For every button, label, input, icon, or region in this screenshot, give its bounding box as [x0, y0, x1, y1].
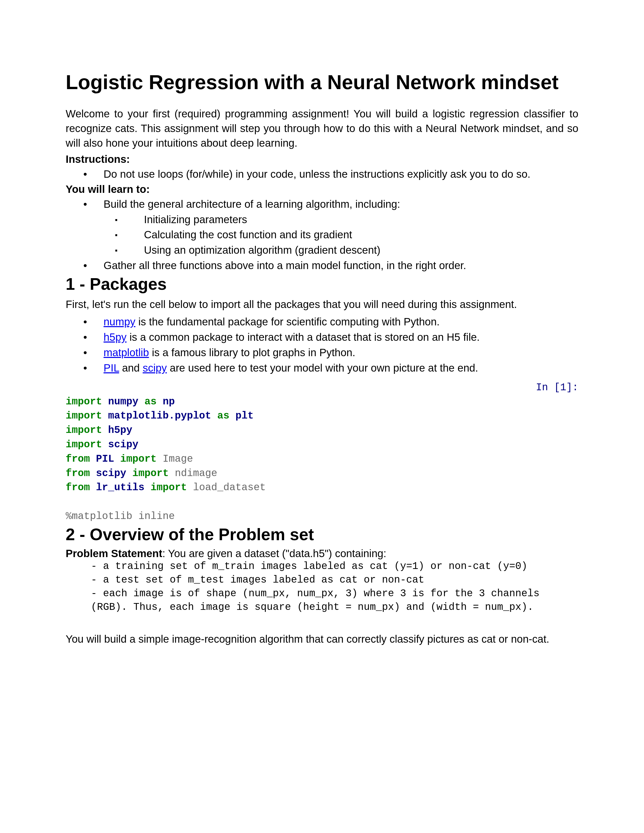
- code-keyword: as: [217, 410, 229, 421]
- code-cell: import numpy as np import matplotlib.pyp…: [66, 395, 578, 524]
- code-keyword: import: [132, 468, 169, 479]
- code-module: h5py: [108, 425, 132, 436]
- list-item: Initializing parameters: [66, 212, 578, 227]
- code-magic: %matplotlib inline: [66, 511, 175, 522]
- learn-sublist: Initializing parameters Calculating the …: [66, 212, 578, 258]
- code-keyword: from: [66, 482, 90, 493]
- code-module: lr_utils: [96, 482, 145, 493]
- problem-desc: : You are given a dataset ("data.h5") co…: [163, 547, 386, 560]
- code-module: PIL: [96, 453, 114, 465]
- code-keyword: as: [145, 396, 156, 407]
- code-keyword: import: [66, 439, 102, 450]
- code-module: numpy: [108, 396, 138, 407]
- code-keyword: from: [66, 468, 90, 479]
- code-keyword: import: [66, 425, 102, 436]
- code-keyword: import: [66, 410, 102, 421]
- code-name: Image: [163, 453, 193, 465]
- h5py-link[interactable]: h5py: [103, 331, 127, 343]
- list-item: Do not use loops (for/while) in your cod…: [66, 167, 578, 182]
- packages-intro: First, let's run the cell below to impor…: [66, 297, 578, 312]
- block-line: - each image is of shape (num_px, num_px…: [91, 587, 578, 614]
- list-item: matplotlib is a famous library to plot g…: [66, 345, 578, 360]
- learn-list-2: Gather all three functions above into a …: [66, 258, 578, 273]
- list-text: is a common package to interact with a d…: [127, 331, 480, 343]
- code-module: scipy: [108, 439, 138, 450]
- code-module: scipy: [96, 468, 126, 479]
- problem-block: - a training set of m_train images label…: [66, 560, 578, 614]
- pil-link[interactable]: PIL: [103, 362, 119, 374]
- list-text: is the fundamental package for scientifi…: [135, 316, 440, 328]
- block-line: - a test set of m_test images labeled as…: [91, 573, 578, 587]
- code-keyword: import: [120, 453, 156, 465]
- instructions-list: Do not use loops (for/while) in your cod…: [66, 167, 578, 182]
- closing-paragraph: You will build a simple image-recognitio…: [66, 632, 578, 646]
- code-module: matplotlib.pyplot: [108, 410, 211, 421]
- block-line: - a training set of m_train images label…: [91, 560, 578, 573]
- intro-paragraph: Welcome to your first (required) program…: [66, 106, 578, 150]
- code-name: load_dataset: [193, 482, 266, 493]
- list-item: Build the general architecture of a lear…: [66, 197, 578, 212]
- list-item: numpy is the fundamental package for sci…: [66, 314, 578, 330]
- list-text: Do not use loops (for/while) in your cod…: [103, 168, 530, 180]
- list-item: PIL and scipy are used here to test your…: [66, 360, 578, 376]
- list-item: Calculating the cost function and its gr…: [66, 227, 578, 243]
- numpy-link[interactable]: numpy: [103, 316, 135, 328]
- code-keyword: import: [151, 482, 187, 493]
- instructions-label: Instructions:: [66, 152, 578, 167]
- learn-list: Build the general architecture of a lear…: [66, 197, 578, 212]
- code-keyword: import: [66, 396, 102, 407]
- code-name: ndimage: [175, 468, 217, 479]
- matplotlib-link[interactable]: matplotlib: [103, 347, 149, 359]
- learn-label: You will learn to:: [66, 182, 578, 197]
- section-heading-overview: 2 - Overview of the Problem set: [66, 525, 578, 544]
- packages-list: numpy is the fundamental package for sci…: [66, 314, 578, 376]
- section-heading-packages: 1 - Packages: [66, 274, 578, 294]
- list-text: are used here to test your model with yo…: [167, 362, 478, 374]
- cell-input-label: In [1]:: [66, 382, 578, 393]
- problem-statement-line: Problem Statement: You are given a datas…: [66, 547, 578, 560]
- scipy-link[interactable]: scipy: [143, 362, 167, 374]
- list-text: is a famous library to plot graphs in Py…: [149, 347, 355, 359]
- code-alias: np: [163, 396, 175, 407]
- problem-label: Problem Statement: [66, 547, 163, 560]
- code-keyword: from: [66, 453, 90, 465]
- list-item: h5py is a common package to interact wit…: [66, 330, 578, 345]
- list-item: Gather all three functions above into a …: [66, 258, 578, 273]
- code-alias: plt: [235, 410, 254, 421]
- list-text: and: [119, 362, 142, 374]
- page-title: Logistic Regression with a Neural Networ…: [66, 71, 578, 94]
- list-item: Using an optimization algorithm (gradien…: [66, 243, 578, 258]
